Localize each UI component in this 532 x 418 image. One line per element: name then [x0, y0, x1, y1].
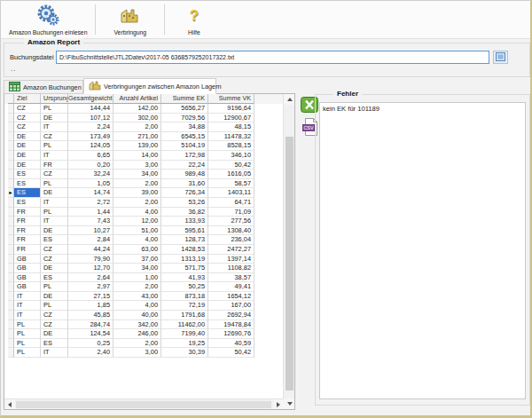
grid-cell[interactable]: 34,00: [113, 264, 161, 273]
grid-cell[interactable]: 64,71: [208, 198, 254, 208]
grid-cell[interactable]: 12,70: [68, 264, 113, 273]
error-list[interactable]: kein EK für 101189: [319, 102, 526, 399]
table-row[interactable]: DECZ173,49271,006545,1511478,32: [4, 132, 284, 142]
grid-cell[interactable]: 989,48: [161, 170, 208, 179]
grid-cell[interactable]: ES: [41, 339, 68, 349]
grid-cell[interactable]: 63,00: [113, 245, 161, 255]
grid-cell[interactable]: 12,00: [113, 217, 161, 226]
grid-cell[interactable]: 0,20: [68, 161, 113, 170]
grid-cell[interactable]: 14,00: [113, 151, 161, 161]
table-row[interactable]: FRDE10,2751,00595,611308,40: [4, 226, 284, 236]
grid-cell[interactable]: ES: [41, 235, 68, 245]
grid-cell[interactable]: DE: [41, 292, 68, 302]
grid-cell[interactable]: 7199,40: [161, 329, 208, 339]
grid-cell[interactable]: 19,25: [161, 339, 208, 349]
grid-cell[interactable]: 27,15: [68, 292, 113, 302]
grid-cell[interactable]: 726,34: [161, 188, 208, 198]
grid-cell[interactable]: 1791,68: [161, 311, 208, 320]
grid-cell[interactable]: GB: [14, 282, 41, 292]
grid-cell[interactable]: PL: [41, 141, 68, 151]
grid-cell[interactable]: 1403,11: [208, 188, 254, 198]
grid-cell[interactable]: CZ: [14, 122, 41, 132]
grid-cell[interactable]: 4,00: [113, 301, 161, 311]
column-header-anzahl-artikel[interactable]: Anzahl Artikel: [113, 94, 161, 104]
grid-cell[interactable]: CZ: [41, 255, 68, 264]
grid-cell[interactable]: PL: [14, 348, 41, 358]
table-row[interactable]: FRPL1,444,0036,8271,09: [4, 208, 284, 217]
grid-cell[interactable]: 133,93: [161, 217, 208, 226]
grid-cell[interactable]: FR: [14, 235, 41, 245]
booking-file-input[interactable]: [56, 51, 489, 64]
table-row[interactable]: DEPL124,05139,005104,198528,15: [4, 141, 284, 151]
grid-cell[interactable]: 11478,32: [208, 132, 254, 142]
grid-cell[interactable]: PL: [41, 104, 68, 114]
grid-cell[interactable]: 2,97: [68, 282, 113, 292]
grid-cell[interactable]: 2,00: [113, 179, 161, 189]
table-row[interactable]: FRCZ44,2463,001428,532472,27: [4, 245, 284, 255]
grid-cell[interactable]: IT: [41, 151, 68, 161]
grid-cell[interactable]: 2,64: [68, 273, 113, 283]
grid-cell[interactable]: 5104,19: [161, 141, 208, 151]
grid-cell[interactable]: 2,00: [113, 339, 161, 349]
grid-cell[interactable]: IT: [14, 301, 41, 311]
grid-cell[interactable]: 173,49: [68, 132, 113, 142]
grid-cell[interactable]: 45,85: [68, 311, 113, 320]
grid-cell[interactable]: ES: [14, 188, 41, 198]
scroll-left-button[interactable]: [4, 399, 15, 410]
grid-cell[interactable]: 36,82: [161, 208, 208, 217]
grid-cell[interactable]: 37,00: [113, 255, 161, 264]
grid-cell[interactable]: 38,57: [208, 273, 254, 283]
grid-cell[interactable]: IT: [41, 122, 68, 132]
grid-cell[interactable]: 41,93: [161, 273, 208, 283]
table-row[interactable]: PLES0,252,0019,2540,59: [4, 339, 284, 349]
grid-cell[interactable]: DE: [41, 114, 68, 123]
grid-cell[interactable]: 595,61: [161, 226, 208, 236]
grid-cell[interactable]: 31,60: [161, 179, 208, 189]
grid-cell[interactable]: DE: [14, 132, 41, 142]
grid-cell[interactable]: DE: [41, 188, 68, 198]
grid-cell[interactable]: 5656,27: [161, 104, 208, 114]
grid-cell[interactable]: GB: [14, 255, 41, 264]
grid-cell[interactable]: 2,84: [68, 235, 113, 245]
grid-cell[interactable]: 2,00: [113, 122, 161, 132]
horizontal-scrollbar[interactable]: [4, 398, 284, 409]
grid-cell[interactable]: FR: [14, 217, 41, 226]
grid-cell[interactable]: 3,00: [113, 348, 161, 358]
table-row[interactable]: GBPL2,972,0050,2549,41: [4, 282, 284, 292]
grid-cell[interactable]: DE: [14, 141, 41, 151]
browse-file-button[interactable]: [493, 51, 508, 64]
table-row[interactable]: DEIT6,6514,00172,98346,10: [4, 151, 284, 161]
grid-cell[interactable]: 50,42: [208, 348, 254, 358]
table-row[interactable]: ESCZ32,2434,00989,481616,05: [4, 170, 284, 179]
column-header-summe-ek[interactable]: Summe EK: [161, 94, 208, 104]
grid-cell[interactable]: 12690,76: [208, 329, 254, 339]
grid-cell[interactable]: 7,43: [68, 217, 113, 226]
grid-cell[interactable]: 2,40: [68, 348, 113, 358]
grid-cell[interactable]: 873,18: [161, 292, 208, 302]
grid-cell[interactable]: 3,00: [113, 161, 161, 170]
grid-cell[interactable]: 124,54: [68, 329, 113, 339]
table-row[interactable]: ITCZ45,8540,001791,682692,94: [4, 311, 284, 320]
grid-cell[interactable]: 1313,19: [161, 255, 208, 264]
column-header-summe-vk[interactable]: Summe VK: [208, 94, 254, 104]
grid-cell[interactable]: 1428,53: [161, 245, 208, 255]
grid-cell[interactable]: 2692,94: [208, 311, 254, 320]
grid-cell[interactable]: IT: [41, 198, 68, 208]
grid-cell[interactable]: ES: [14, 170, 41, 179]
grid-cell[interactable]: IT: [41, 348, 68, 358]
grid-cell[interactable]: DE: [41, 226, 68, 236]
grid-cell[interactable]: 1,00: [113, 273, 161, 283]
grid-cell[interactable]: 1,05: [68, 179, 113, 189]
grid-cell[interactable]: 49,41: [208, 282, 254, 292]
column-header-ziel[interactable]: Ziel: [14, 94, 41, 104]
grid-cell[interactable]: 34,88: [161, 122, 208, 132]
grid-cell[interactable]: GB: [14, 264, 41, 273]
grid-cell[interactable]: 142,00: [113, 104, 161, 114]
grid-cell[interactable]: 58,57: [208, 179, 254, 189]
grid-cell[interactable]: ES: [14, 198, 41, 208]
grid-cell[interactable]: 9196,64: [208, 104, 254, 114]
grid-cell[interactable]: FR: [14, 245, 41, 255]
grid-cell[interactable]: 236,04: [208, 235, 254, 245]
grid-cell[interactable]: 32,24: [68, 170, 113, 179]
grid-cell[interactable]: 2472,27: [208, 245, 254, 255]
